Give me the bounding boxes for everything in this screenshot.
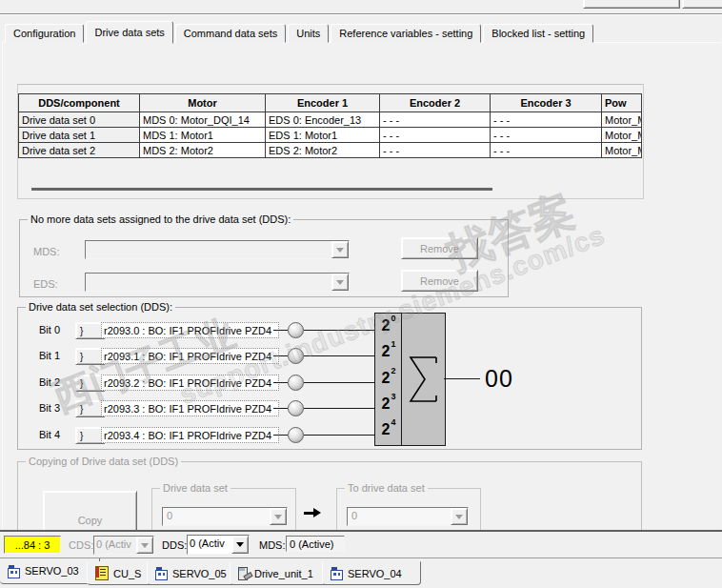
top-partial-button-2[interactable] (682, 0, 722, 9)
table-row[interactable]: Drive data set 1 MDS 1: Motor1 EDS 1: Mo… (19, 128, 642, 143)
status-bar: ...84 : 3 CDS: 0 (Activ DDS: 0 (Activ MD… (0, 530, 722, 558)
bottom-tab-servo-03[interactable]: SERVO_03 (0, 558, 100, 584)
bit1-source-field[interactable]: r2093.1 : BO: IF1 PROFIdrive PZD4 (101, 348, 279, 364)
wire (273, 435, 288, 436)
sum-block-divider (401, 314, 402, 445)
dds-table-container: DDS/component Motor Encoder 1 Encoder 2 … (17, 84, 644, 199)
top-tab-strip: Configuration Drive data sets Command da… (5, 24, 595, 43)
cell-encoder2[interactable]: - - - (380, 128, 491, 143)
cell-encoder1[interactable]: EDS 1: Motor1 (266, 128, 380, 143)
power-label: 24 (375, 421, 401, 438)
col-encoder3: Encoder 3 (491, 94, 602, 112)
col-encoder2: Encoder 2 (380, 94, 491, 112)
cell-motor[interactable]: MDS 2: Motor2 (140, 143, 266, 158)
cell-motor[interactable]: MDS 0: Motor_DQI_14 (140, 112, 266, 128)
wire (304, 435, 374, 436)
tab-configuration[interactable]: Configuration (5, 24, 84, 43)
servo-icon (331, 567, 343, 579)
mds-label: MDS: (33, 246, 60, 257)
bit2-source-field[interactable]: r2093.2 : BO: IF1 PROFIdrive PZD4 (101, 375, 279, 391)
cell-encoder1[interactable]: EDS 2: Motor2 (266, 143, 380, 158)
bottom-tab-label: Drive_unit_1 (254, 568, 313, 579)
chevron-down-icon (136, 537, 153, 554)
bottom-tab-label: SERVO_05 (172, 568, 227, 579)
row-header[interactable]: Drive data set 2 (19, 143, 140, 158)
remove-eds-button[interactable]: Remove (401, 270, 478, 292)
parameter-reference-field[interactable]: ...84 : 3 (4, 536, 61, 554)
cell-power-unit[interactable]: Motor_M (602, 112, 642, 128)
servo-icon (8, 565, 20, 578)
copy-from-combobox: 0 (162, 507, 288, 526)
connector-node-icon (288, 375, 304, 391)
chevron-down-icon[interactable] (231, 536, 249, 554)
cu-icon (95, 566, 109, 580)
cell-encoder3[interactable]: - - - (491, 128, 602, 143)
bit-label: Bit 2 (39, 376, 60, 388)
cds-value: 0 (Activ (94, 537, 136, 554)
power-label: 20 (375, 317, 401, 335)
wire (304, 382, 374, 383)
power-label: 23 (375, 395, 401, 413)
cell-encoder2[interactable]: - - - (380, 143, 491, 158)
cell-power-unit[interactable]: Motor_M (602, 143, 642, 158)
sum-block: 20 21 22 23 24 (374, 313, 446, 446)
wire (304, 330, 374, 331)
bit4-source-field[interactable]: r2093.4 : BO: IF1 PROFIdrive PZD4 (101, 427, 279, 443)
wire (273, 382, 288, 383)
dds-sum-output: 00 (485, 365, 513, 393)
chevron-down-icon (331, 274, 349, 291)
tab-blocked-list[interactable]: Blocked list - setting (483, 24, 593, 43)
connector-node-icon (288, 322, 304, 338)
table-row[interactable]: Drive data set 0 MDS 0: Motor_DQI_14 EDS… (19, 112, 642, 128)
group-title: Copying of Drive data set (DDS) (26, 456, 181, 467)
dds-table: DDS/component Motor Encoder 1 Encoder 2 … (18, 93, 642, 158)
wire (273, 408, 288, 409)
connector-node-icon (288, 427, 304, 443)
table-row[interactable]: Drive data set 2 MDS 2: Motor2 EDS 2: Mo… (19, 143, 642, 158)
bit-label: Bit 0 (39, 324, 60, 335)
tab-drive-data-sets[interactable]: Drive data sets (86, 21, 172, 44)
group-title: To drive data set (345, 482, 428, 494)
tab-reference-variables[interactable]: Reference variables - setting (331, 24, 481, 43)
assigned-data-sets-group: No more data sets assigned to the drive … (19, 219, 509, 297)
remove-mds-button[interactable]: Remove (401, 237, 478, 259)
bottom-tab-drive-unit-1[interactable]: Drive_unit_1 (230, 561, 336, 585)
col-power-unit: Pow (602, 94, 642, 112)
cell-encoder2[interactable]: - - - (380, 112, 491, 128)
cell-encoder1[interactable]: EDS 0: Encoder_13 (266, 112, 380, 128)
wire (444, 378, 480, 379)
table-hscrollbar[interactable] (31, 188, 492, 191)
table-header-row: DDS/component Motor Encoder 1 Encoder 2 … (19, 94, 642, 112)
bit-label: Bit 1 (39, 350, 60, 361)
power-label: 22 (375, 370, 401, 387)
cds-label: CDS: (69, 539, 93, 551)
bottom-tab-servo-04[interactable]: SERVO_04 (322, 561, 421, 585)
tab-units[interactable]: Units (288, 24, 329, 43)
tab-command-data-sets[interactable]: Command data sets (175, 24, 286, 43)
bit0-source-field[interactable]: r2093.0 : BO: IF1 PROFIdrive PZD4 (101, 322, 279, 338)
drive-unit-icon (238, 567, 250, 580)
row-header[interactable]: Drive data set 1 (19, 128, 140, 143)
dds-combobox[interactable]: 0 (Activ (187, 535, 250, 555)
mds-value-field: 0 (Active) (286, 536, 345, 552)
connector-node-icon (288, 348, 304, 364)
top-partial-button-1[interactable] (583, 0, 680, 9)
copy-button[interactable]: Copy (43, 491, 137, 535)
cell-power-unit[interactable]: Motor_M (602, 128, 642, 143)
wire (304, 355, 374, 356)
cell-encoder3[interactable]: - - - (491, 143, 602, 158)
mds-combobox-value (86, 241, 331, 258)
eds-combobox-value (86, 274, 331, 291)
group-title: Drive data set (160, 482, 231, 494)
cell-encoder3[interactable]: - - - (491, 112, 602, 128)
arrow-right-icon (304, 508, 323, 519)
dds-selection-group: Drive data set selection (DDS): Bit 0 } … (17, 307, 642, 450)
eds-label: EDS: (33, 278, 58, 290)
chevron-down-icon (331, 241, 349, 258)
mds-label: MDS: (259, 539, 286, 551)
dds-value: 0 (Activ (188, 536, 231, 554)
bit3-source-field[interactable]: r2093.3 : BO: IF1 PROFIdrive PZD4 (101, 400, 279, 416)
cell-motor[interactable]: MDS 1: Motor1 (140, 128, 266, 143)
col-motor: Motor (140, 94, 266, 112)
row-header[interactable]: Drive data set 0 (19, 112, 140, 128)
